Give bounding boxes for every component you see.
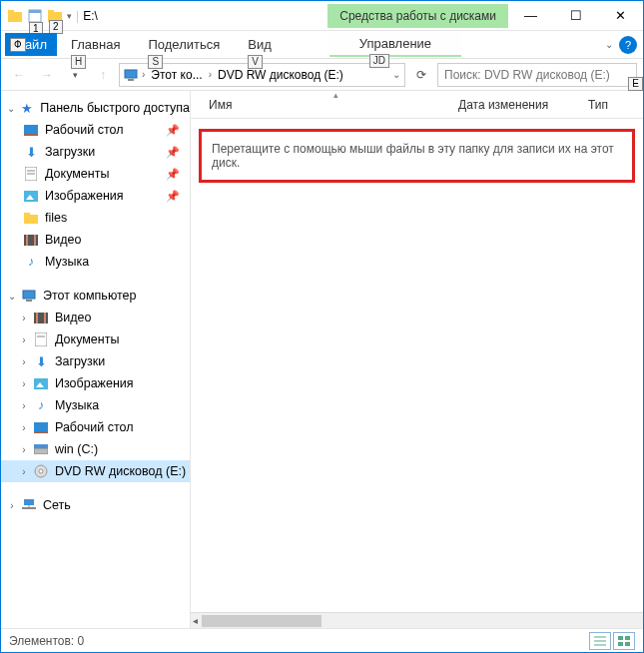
- video-icon: [33, 310, 49, 326]
- tab-view[interactable]: ВидV: [234, 33, 286, 56]
- svg-rect-43: [618, 642, 623, 646]
- svg-rect-15: [24, 215, 38, 224]
- help-icon[interactable]: ?: [619, 36, 637, 54]
- tab-home[interactable]: ГлавнаяН: [57, 33, 134, 56]
- pin-icon: 📌: [166, 146, 180, 159]
- pin-icon: 📌: [166, 168, 180, 181]
- svg-rect-23: [36, 313, 38, 324]
- nav-pictures[interactable]: Изображения📌: [1, 185, 190, 207]
- maximize-button[interactable]: ☐: [553, 1, 598, 31]
- pin-icon: 📌: [166, 190, 180, 203]
- svg-rect-31: [34, 448, 48, 454]
- svg-rect-18: [26, 235, 28, 246]
- qat-dropdown-icon[interactable]: ▾: [67, 11, 72, 21]
- ribbon-tabs: ФайлФ ГлавнаяН ПоделитьсяS ВидV Управлен…: [1, 31, 643, 59]
- content-pane: Имя▴ Дата изменения Тип Перетащите с пом…: [191, 91, 643, 628]
- svg-rect-20: [23, 291, 35, 299]
- picture-icon: [33, 375, 49, 391]
- chevron-right-icon[interactable]: ›: [142, 69, 145, 80]
- view-icons-button[interactable]: [613, 632, 635, 650]
- folder-icon: [23, 210, 39, 226]
- nav-pc-desktop[interactable]: ›Рабочий стол: [1, 416, 190, 438]
- file-list[interactable]: Перетащите с помощью мыши файлы в эту па…: [191, 119, 643, 612]
- svg-rect-6: [125, 70, 137, 78]
- svg-rect-19: [34, 235, 36, 246]
- pc-icon: [21, 288, 37, 304]
- svg-rect-42: [625, 636, 630, 640]
- search-input[interactable]: Поиск: DVD RW дисковод (E:): [437, 63, 637, 87]
- svg-rect-21: [26, 300, 32, 302]
- nav-drive-c[interactable]: ›win (C:): [1, 438, 190, 460]
- svg-rect-25: [35, 332, 47, 346]
- svg-rect-7: [128, 79, 134, 81]
- column-type[interactable]: Тип: [588, 98, 638, 112]
- tab-manage[interactable]: УправлениеJD: [329, 32, 461, 57]
- svg-rect-44: [625, 642, 630, 646]
- close-button[interactable]: ✕: [598, 1, 643, 31]
- nav-desktop[interactable]: Рабочий стол📌: [1, 119, 190, 141]
- pin-icon: 📌: [166, 124, 180, 137]
- crumb-dvd[interactable]: DVD RW дисковод (E:): [216, 68, 345, 82]
- nav-quick-access[interactable]: ⌄★Панель быстрого доступа: [1, 97, 190, 119]
- desktop-icon: [23, 122, 39, 138]
- address-dropdown-icon[interactable]: ⌄: [392, 69, 400, 80]
- svg-rect-30: [34, 431, 48, 433]
- video-icon: [23, 232, 39, 248]
- sort-asc-icon: ▴: [333, 90, 338, 100]
- qat-newfolder-icon[interactable]: 2: [47, 8, 63, 24]
- burn-hint: Перетащите с помощью мыши файлы в эту па…: [199, 129, 635, 183]
- svg-rect-8: [24, 125, 38, 134]
- scrollbar-thumb[interactable]: [202, 615, 322, 627]
- column-name[interactable]: Имя▴: [209, 98, 458, 112]
- tab-file[interactable]: ФайлФ: [5, 33, 57, 56]
- svg-rect-9: [24, 134, 38, 136]
- up-button[interactable]: ↑: [91, 63, 115, 87]
- nav-music[interactable]: ♪Музыка: [1, 251, 190, 273]
- download-icon: ⬇: [23, 144, 39, 160]
- address-bar: ← → ▾ ↑ › Этот ко... › DVD RW дисковод (…: [1, 59, 643, 91]
- qat-properties-icon[interactable]: 1: [27, 8, 43, 24]
- chevron-right-icon[interactable]: ›: [209, 69, 212, 80]
- nav-documents[interactable]: Документы📌: [1, 163, 190, 185]
- document-icon: [33, 331, 49, 347]
- crumb-this-pc[interactable]: Этот ко...: [149, 68, 204, 82]
- tab-share[interactable]: ПоделитьсяS: [134, 33, 234, 56]
- column-date[interactable]: Дата изменения: [458, 98, 588, 112]
- nav-pc-pictures[interactable]: ›Изображения: [1, 372, 190, 394]
- music-icon: ♪: [23, 254, 39, 270]
- nav-this-pc[interactable]: ⌄Этот компьютер: [1, 285, 190, 307]
- svg-rect-5: [48, 10, 54, 13]
- svg-rect-1: [8, 10, 14, 13]
- svg-rect-16: [24, 213, 30, 216]
- svg-rect-35: [24, 499, 34, 505]
- pc-icon: [124, 69, 138, 81]
- svg-rect-41: [618, 636, 623, 640]
- nav-drive-e[interactable]: ›DVD RW дисковод (E:): [1, 460, 190, 482]
- minimize-button[interactable]: —: [508, 1, 553, 31]
- folder-icon: [7, 8, 23, 24]
- ribbon-expand-icon[interactable]: ⌄: [605, 39, 613, 50]
- music-icon: ♪: [33, 397, 49, 413]
- navigation-pane[interactable]: ⌄★Панель быстрого доступа Рабочий стол📌 …: [1, 91, 191, 628]
- view-details-button[interactable]: [589, 632, 611, 650]
- nav-pc-documents[interactable]: ›Документы: [1, 328, 190, 350]
- nav-pc-downloads[interactable]: ›⬇Загрузки: [1, 350, 190, 372]
- nav-downloads[interactable]: ⬇Загрузки📌: [1, 141, 190, 163]
- nav-pc-videos[interactable]: ›Видео: [1, 307, 190, 328]
- download-icon: ⬇: [33, 353, 49, 369]
- forward-button[interactable]: →: [35, 63, 59, 87]
- refresh-button[interactable]: ⟳: [409, 63, 433, 87]
- window-title: E:\: [79, 9, 278, 23]
- document-icon: [23, 166, 39, 182]
- nav-pc-music[interactable]: ›♪Музыка: [1, 394, 190, 416]
- back-button[interactable]: ←: [7, 63, 31, 87]
- svg-rect-3: [29, 10, 41, 13]
- column-headers[interactable]: Имя▴ Дата изменения Тип: [191, 91, 643, 119]
- context-tab-disk-tools[interactable]: Средства работы с дисками: [327, 4, 508, 28]
- nav-files[interactable]: files: [1, 207, 190, 229]
- nav-network[interactable]: ›Сеть: [1, 494, 190, 516]
- horizontal-scrollbar[interactable]: ◂: [191, 612, 643, 628]
- statusbar: Элементов: 0: [1, 628, 643, 652]
- nav-videos[interactable]: Видео: [1, 229, 190, 251]
- svg-rect-36: [22, 507, 36, 509]
